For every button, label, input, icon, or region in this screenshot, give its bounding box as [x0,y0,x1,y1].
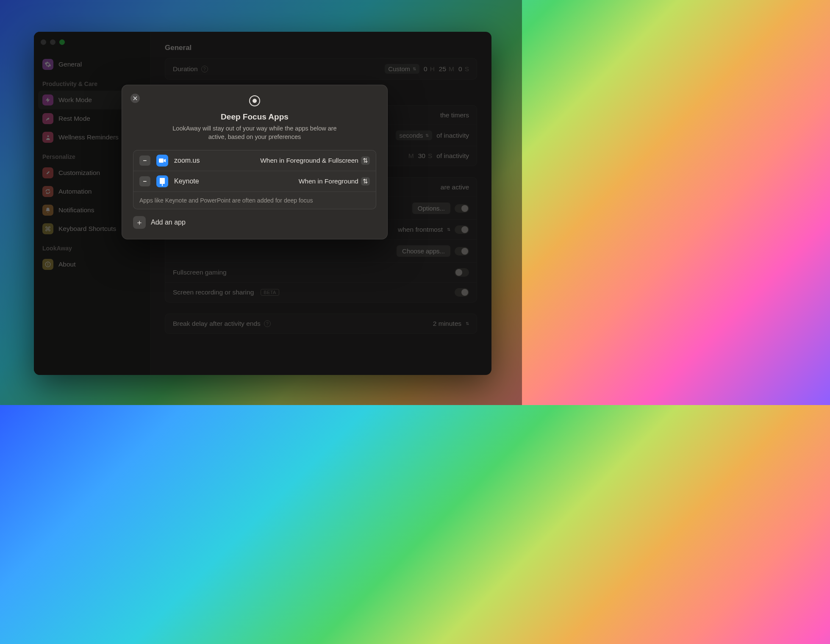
svg-point-5 [253,99,257,103]
app-condition-select[interactable]: When in Foreground ⇅ [299,177,370,186]
target-icon [248,94,261,107]
app-name: zoom.us [174,157,200,164]
modal-title: Deep Focus Apps [133,112,376,122]
remove-app-button[interactable]: − [139,176,150,186]
app-list: − zoom.us When in Foreground & Fullscree… [133,150,376,209]
modal-subtitle: LookAway will stay out of your way while… [166,124,344,142]
add-app-button[interactable]: ＋ Add an app [133,216,376,229]
app-condition-select[interactable]: When in Foreground & Fullscreen ⇅ [260,156,370,165]
modal-close-button[interactable] [130,94,140,103]
app-name: Keynote [174,178,199,185]
app-condition-value: When in Foreground [299,178,358,185]
remove-app-button[interactable]: − [139,155,150,166]
svg-rect-6 [159,158,164,163]
keynote-app-icon [156,175,168,187]
chevron-updown-icon: ⇅ [361,177,370,186]
app-list-hint: Apps like Keynote and PowerPoint are oft… [133,192,376,209]
add-app-label: Add an app [151,219,186,226]
app-condition-value: When in Foreground & Fullscreen [260,157,358,164]
deep-focus-modal: Deep Focus Apps LookAway will stay out o… [122,85,388,239]
plus-icon: ＋ [133,216,146,229]
app-row-keynote: − Keynote When in Foreground ⇅ [133,171,376,192]
app-row-zoom: − zoom.us When in Foreground & Fullscree… [133,150,376,171]
modal-header: Deep Focus Apps LookAway will stay out o… [133,94,376,142]
chevron-updown-icon: ⇅ [361,156,370,165]
close-icon [133,96,137,100]
zoom-app-icon [156,155,168,167]
modal-backdrop[interactable]: Deep Focus Apps LookAway will stay out o… [0,0,522,405]
